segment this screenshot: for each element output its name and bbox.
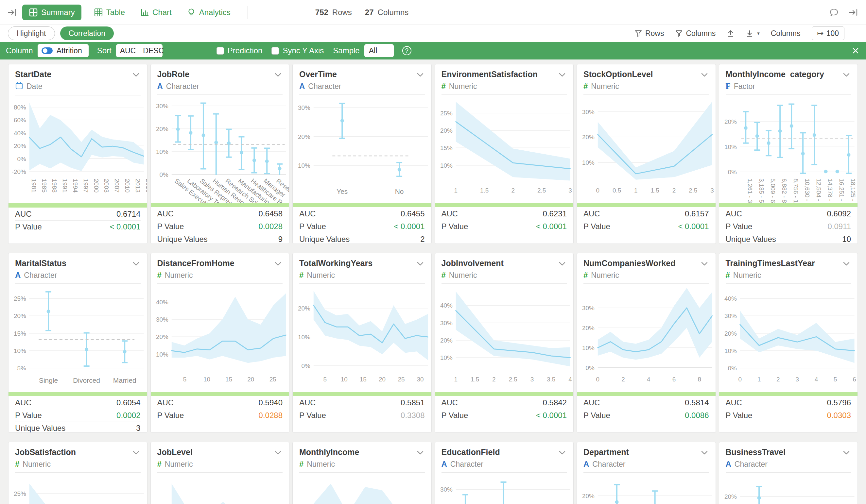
column-card: DistanceFromHome # Numeric 40%30%20%10%5…	[151, 253, 290, 433]
columns-limit-label: Columns	[771, 29, 801, 38]
chevron-down-icon[interactable]	[416, 70, 425, 79]
card-header: EducationField A Character	[435, 442, 574, 473]
chevron-down-icon[interactable]	[416, 259, 425, 268]
svg-text:10%: 10%	[582, 159, 595, 166]
stat-value: < 0.0001	[678, 222, 709, 231]
svg-text:5: 5	[323, 376, 327, 383]
prediction-checkbox[interactable]: Prediction	[216, 46, 263, 55]
stat-row: P Value0.0911	[726, 220, 851, 233]
card-header: MonthlyIncome # Numeric	[293, 442, 431, 473]
highlight-button[interactable]: Highlight	[8, 26, 55, 40]
chevron-down-icon[interactable]	[132, 448, 141, 457]
sort-select[interactable]: AUC DESC	[116, 44, 163, 57]
svg-text:5: 5	[183, 376, 186, 383]
svg-text:30%: 30%	[582, 109, 595, 115]
character-icon: A	[15, 271, 21, 280]
stat-label: Unique Values	[157, 235, 208, 244]
svg-text:25%: 25%	[14, 490, 26, 497]
column-title: Department	[584, 447, 629, 457]
download-button[interactable]: ▾	[746, 30, 760, 37]
chevron-down-icon[interactable]	[274, 70, 282, 79]
stat-row: AUC0.6157	[584, 207, 709, 220]
columns-limit-value: 100	[826, 29, 839, 38]
chevron-down-icon[interactable]	[274, 448, 282, 457]
stat-value: 0.6231	[543, 209, 567, 219]
sort-direction[interactable]: DESC	[140, 46, 167, 55]
column-chart: 25%20%15%10%	[9, 473, 147, 504]
svg-text:1994: 1994	[72, 179, 79, 192]
stat-label: AUC	[726, 398, 742, 407]
svg-text:0%: 0%	[17, 156, 26, 163]
collapse-left-panel-icon[interactable]	[7, 7, 18, 18]
help-icon[interactable]: ?	[402, 46, 411, 55]
chevron-down-icon[interactable]	[132, 259, 141, 268]
stat-label: AUC	[157, 398, 174, 407]
chevron-down-icon[interactable]	[274, 259, 282, 268]
significance-bar	[293, 392, 431, 396]
cards-grid: StartDate Date 80%60%40%20%0%-20%1981198…	[0, 59, 866, 504]
column-card: JobLevel # Numeric 20%15%10%5%	[151, 442, 290, 504]
column-title: MonthlyIncome	[299, 447, 359, 457]
svg-text:1988: 1988	[51, 179, 58, 192]
stat-label: P Value	[442, 222, 468, 231]
svg-text:2.5: 2.5	[689, 187, 697, 194]
column-title: TrainingTimesLastYear	[726, 259, 815, 268]
sort-label: Sort	[97, 46, 112, 55]
character-icon: A	[157, 82, 163, 91]
rows-count: 752	[315, 8, 328, 17]
tab-chart[interactable]: Chart	[137, 4, 174, 20]
stat-value: < 0.0001	[110, 222, 140, 232]
chevron-down-icon[interactable]	[558, 259, 567, 268]
significance-bar	[151, 203, 289, 207]
chevron-down-icon[interactable]	[700, 448, 709, 457]
comment-icon[interactable]	[829, 7, 839, 18]
card-header: MaritalStatus A Character	[9, 253, 147, 284]
filter-columns-button[interactable]: Columns	[675, 29, 715, 38]
close-icon[interactable]	[851, 46, 860, 55]
column-title: JobLevel	[157, 447, 193, 457]
collapse-right-panel-icon[interactable]	[848, 7, 859, 18]
chevron-down-icon[interactable]	[842, 448, 851, 457]
stat-value: 0.3308	[401, 411, 424, 420]
numeric-icon: #	[442, 82, 446, 91]
chevron-down-icon[interactable]	[416, 448, 425, 457]
chevron-down-icon[interactable]	[558, 70, 567, 79]
column-chart: 40%30%20%10%0%0123456	[719, 284, 858, 392]
correlation-button[interactable]: Correlation	[60, 26, 114, 40]
numeric-icon: #	[584, 82, 588, 91]
stat-row: AUC0.6054	[15, 396, 141, 409]
stat-label: P Value	[157, 411, 184, 420]
target-column-select[interactable]: Attrition	[37, 44, 89, 57]
chevron-down-icon[interactable]	[842, 70, 851, 79]
svg-text:25: 25	[269, 376, 276, 383]
stat-label: P Value	[584, 411, 610, 420]
mode-toolbar: Highlight Correlation Rows Columns ▾ Col…	[0, 25, 866, 42]
column-card: StartDate Date 80%60%40%20%0%-20%1981198…	[8, 64, 147, 244]
chevron-down-icon[interactable]	[842, 259, 851, 268]
svg-text:20%: 20%	[156, 125, 168, 132]
column-title: TotalWorkingYears	[299, 259, 373, 268]
chevron-down-icon[interactable]	[700, 259, 709, 268]
chevron-down-icon[interactable]	[132, 70, 141, 79]
correlation-control-bar: Column Attrition Sort AUC DESC Predictio…	[0, 42, 866, 59]
svg-text:15: 15	[360, 376, 367, 383]
chevron-down-icon[interactable]	[558, 448, 567, 457]
significance-bar	[435, 203, 574, 207]
tab-analytics[interactable]: Analytics	[184, 4, 233, 20]
chevron-down-icon[interactable]	[700, 70, 709, 79]
upload-button[interactable]	[727, 30, 734, 37]
svg-text:2: 2	[492, 376, 496, 383]
tab-summary[interactable]: Summary	[22, 4, 81, 20]
columns-limit-button[interactable]: ↦ 100	[812, 26, 844, 40]
sync-y-axis-checkbox[interactable]: Sync Y Axis	[271, 46, 324, 55]
svg-text:10: 10	[203, 376, 210, 383]
tab-table[interactable]: Table	[91, 4, 127, 20]
significance-bar	[293, 203, 431, 207]
svg-text:Single: Single	[39, 377, 58, 384]
filter-rows-button[interactable]: Rows	[634, 29, 664, 38]
stat-row: AUC0.5796	[726, 396, 851, 409]
column-card: StockOptionLevel # Numeric 30%20%10%00.5…	[577, 64, 716, 244]
sample-select[interactable]: All	[364, 44, 394, 57]
column-type: Numeric	[449, 271, 477, 280]
svg-text:4: 4	[647, 376, 651, 383]
